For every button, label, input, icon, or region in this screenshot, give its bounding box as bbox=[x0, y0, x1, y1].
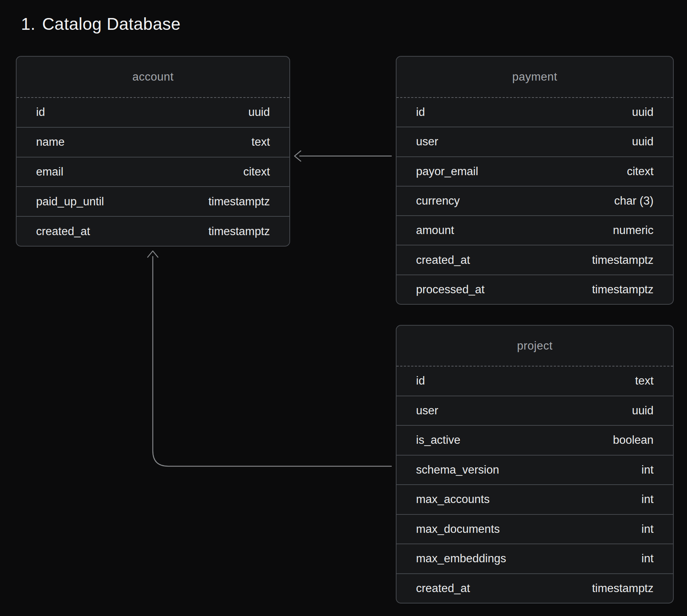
field-row: currency char (3) bbox=[397, 186, 673, 215]
field-name: max_accounts bbox=[416, 493, 490, 506]
er-canvas: 1.Catalog Database account id uuid name … bbox=[0, 0, 687, 616]
field-name: schema_version bbox=[416, 463, 499, 477]
table-card-project: project id text user uuid is_active bool… bbox=[396, 325, 674, 603]
table-header-project: project bbox=[397, 326, 673, 367]
field-row: payor_email citext bbox=[397, 156, 673, 186]
field-row: user uuid bbox=[397, 396, 673, 425]
field-name: max_embeddings bbox=[416, 552, 506, 565]
field-name: id bbox=[416, 374, 425, 387]
field-row: max_accounts int bbox=[397, 484, 673, 514]
field-row: email citext bbox=[17, 157, 289, 187]
field-row: max_documents int bbox=[397, 514, 673, 544]
table-name-account: account bbox=[132, 70, 173, 84]
field-name: id bbox=[36, 106, 45, 119]
diagram-title: 1.Catalog Database bbox=[21, 14, 181, 34]
field-row: max_embeddings int bbox=[397, 544, 673, 573]
field-row: is_active boolean bbox=[397, 425, 673, 455]
field-type: char (3) bbox=[614, 194, 653, 208]
field-name: is_active bbox=[416, 433, 461, 447]
table-header-payment: payment bbox=[397, 57, 673, 98]
field-type: int bbox=[641, 552, 653, 565]
field-name: max_documents bbox=[416, 523, 500, 536]
title-number: 1. bbox=[21, 14, 35, 34]
field-name: created_at bbox=[416, 582, 470, 595]
field-rows-project: id text user uuid is_active boolean sche… bbox=[397, 367, 673, 603]
field-type: int bbox=[641, 493, 653, 506]
field-name: currency bbox=[416, 194, 460, 208]
field-name: user bbox=[416, 404, 438, 417]
title-text: Catalog Database bbox=[42, 14, 180, 33]
project-account-arrowhead-up-icon bbox=[148, 251, 158, 257]
field-row: created_at timestamptz bbox=[397, 573, 673, 603]
field-row: schema_version int bbox=[397, 455, 673, 485]
project-account-line bbox=[153, 256, 391, 466]
field-name: paid_up_until bbox=[36, 195, 104, 208]
field-type: uuid bbox=[248, 106, 270, 119]
field-type: text bbox=[251, 135, 270, 149]
field-rows-payment: id uuid user uuid payor_email citext cur… bbox=[397, 98, 673, 304]
field-type: timestamptz bbox=[592, 254, 653, 267]
field-type: citext bbox=[627, 165, 653, 178]
field-row: id text bbox=[397, 367, 673, 396]
table-card-payment: payment id uuid user uuid payor_email ci… bbox=[396, 56, 674, 305]
table-card-account: account id uuid name text email citext p… bbox=[16, 56, 290, 247]
field-row: paid_up_until timestamptz bbox=[17, 186, 289, 216]
field-name: amount bbox=[416, 224, 454, 237]
field-type: timestamptz bbox=[208, 225, 270, 238]
field-type: text bbox=[635, 374, 653, 387]
field-row: id uuid bbox=[397, 98, 673, 127]
field-type: int bbox=[641, 523, 653, 536]
table-name-payment: payment bbox=[512, 70, 557, 84]
field-row: amount numeric bbox=[397, 215, 673, 245]
field-type: boolean bbox=[613, 433, 653, 447]
field-name: created_at bbox=[36, 225, 90, 238]
field-type: timestamptz bbox=[592, 283, 653, 296]
field-row: created_at timestamptz bbox=[397, 245, 673, 274]
field-type: timestamptz bbox=[208, 195, 270, 208]
field-name: processed_at bbox=[416, 283, 485, 296]
field-name: email bbox=[36, 165, 63, 178]
field-type: int bbox=[641, 463, 653, 477]
field-type: uuid bbox=[632, 404, 653, 417]
payment-account-arrowhead-left-icon bbox=[295, 151, 301, 161]
field-name: id bbox=[416, 106, 425, 119]
field-name: name bbox=[36, 135, 65, 149]
field-name: user bbox=[416, 135, 438, 148]
field-type: timestamptz bbox=[592, 582, 653, 595]
field-name: payor_email bbox=[416, 165, 478, 178]
field-row: created_at timestamptz bbox=[17, 216, 289, 246]
field-type: uuid bbox=[632, 135, 653, 148]
field-row: processed_at timestamptz bbox=[397, 275, 673, 304]
field-rows-account: id uuid name text email citext paid_up_u… bbox=[17, 98, 289, 246]
field-type: uuid bbox=[632, 106, 653, 119]
field-row: id uuid bbox=[17, 98, 289, 127]
field-row: name text bbox=[17, 127, 289, 157]
field-type: citext bbox=[243, 165, 270, 178]
page-root: { "title": { "number": "1.", "text": "Ca… bbox=[0, 0, 687, 616]
table-name-project: project bbox=[517, 339, 553, 353]
field-type: numeric bbox=[613, 224, 653, 237]
table-header-account: account bbox=[17, 57, 289, 98]
field-row: user uuid bbox=[397, 127, 673, 156]
field-name: created_at bbox=[416, 254, 470, 267]
